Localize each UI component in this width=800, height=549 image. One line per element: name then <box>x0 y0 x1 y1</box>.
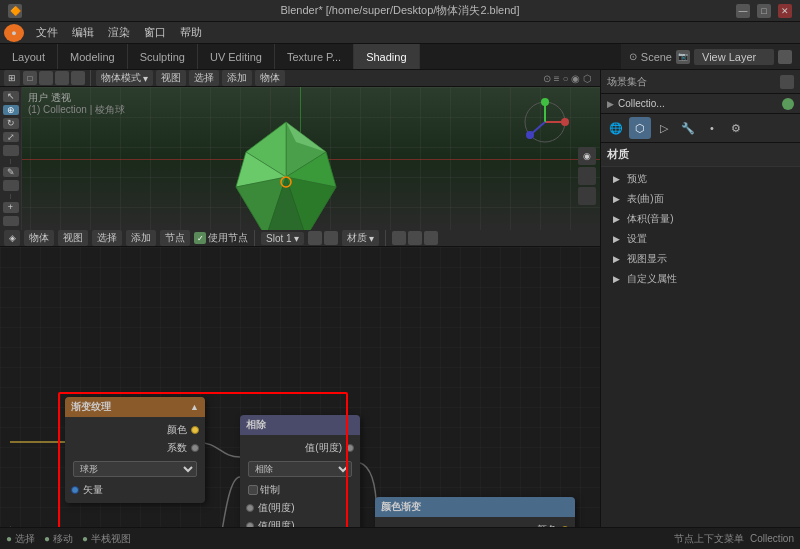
gem-object <box>216 117 356 230</box>
cr-color-socket[interactable] <box>561 526 569 527</box>
viewport-opt2[interactable] <box>578 187 596 205</box>
gradient-texture-node[interactable]: 渐变纹理 ▲ 颜色 系数 球 <box>65 397 205 503</box>
tab-sculpting[interactable]: Sculpting <box>128 44 198 69</box>
tool-rotate[interactable]: ↻ <box>3 118 19 128</box>
settings-section: ▶ 设置 <box>605 231 796 247</box>
mode-2[interactable] <box>39 71 53 85</box>
tab-uv-editing[interactable]: UV Editing <box>198 44 275 69</box>
sep1 <box>10 159 11 164</box>
select-mode-icon[interactable]: □ <box>23 71 37 85</box>
color-ramp-node[interactable]: 颜色渐变 颜色 Alpha + − <box>375 497 575 527</box>
subtract-in1-socket[interactable] <box>246 504 254 512</box>
menu-edit[interactable]: 编辑 <box>66 23 100 42</box>
collection-info-label: (1) Collection | 棱角球 <box>28 103 125 117</box>
gradient-shape-select[interactable]: 球形 <box>73 461 197 477</box>
prop-viewport-display[interactable]: ▶ 视图显示 <box>605 251 796 267</box>
blender-icon: 🔶 <box>8 4 22 18</box>
mode-4[interactable] <box>71 71 85 85</box>
node-editor-icon[interactable]: ◈ <box>4 230 20 246</box>
preview-section: ▶ 预览 <box>605 171 796 187</box>
gradient-color-row: 颜色 <box>69 421 201 439</box>
prop-tab-particles[interactable]: • <box>701 117 723 139</box>
tab-texture-paint[interactable]: Texture P... <box>275 44 354 69</box>
maximize-button[interactable]: □ <box>757 4 771 18</box>
prop-tab-object[interactable]: ▷ <box>653 117 675 139</box>
tab-shading[interactable]: Shading <box>354 44 419 69</box>
prop-settings[interactable]: ▶ 设置 <box>605 231 796 247</box>
prop-tab-modifier[interactable]: 🔧 <box>677 117 699 139</box>
menu-file[interactable]: 文件 <box>30 23 64 42</box>
viewport-object-btn[interactable]: 物体 <box>255 70 285 86</box>
close-button[interactable]: ✕ <box>778 4 792 18</box>
node-object-btn[interactable]: 物体 <box>24 230 54 246</box>
prop-custom[interactable]: ▶ 自定义属性 <box>605 271 796 287</box>
tool-cursor[interactable]: ↖ <box>3 91 19 101</box>
slot-dropdown[interactable]: Slot 1 ▾ <box>261 232 304 245</box>
collection-item[interactable]: ▶ Collectio... <box>601 94 800 114</box>
tab-layout[interactable]: Layout <box>0 44 58 69</box>
view-layer-dropdown[interactable]: View Layer <box>694 49 774 65</box>
mat-icon2[interactable] <box>324 231 338 245</box>
prop-tab-material[interactable]: ⬡ <box>629 117 651 139</box>
collection-vis-icon[interactable] <box>782 98 794 110</box>
subtract-out-row: 值(明度) <box>244 439 356 457</box>
view-layer-add[interactable] <box>778 50 792 64</box>
status-halfview: 半栈视图 <box>91 532 131 546</box>
prop-surface[interactable]: ▶ 表(曲)面 <box>605 191 796 207</box>
mode-3[interactable] <box>55 71 69 85</box>
node-canvas[interactable]: 渐变纹理 ▲ 颜色 系数 球 <box>0 247 600 527</box>
menu-render[interactable]: 渲染 <box>102 23 136 42</box>
viewport-3d[interactable]: ↖ ⊕ ↻ ⤢ ✎ + 用户 透视 (1) Collection | 棱角球 <box>0 87 600 230</box>
node-view-btn[interactable]: 视图 <box>58 230 88 246</box>
viewport-icon[interactable]: ⊞ <box>4 70 20 86</box>
navigation-gizmo[interactable] <box>520 97 570 147</box>
node-node-btn[interactable]: 节点 <box>160 230 190 246</box>
gradient-color-socket[interactable] <box>191 426 199 434</box>
tool-move[interactable]: ⊕ <box>3 105 19 115</box>
gradient-shape-dropdown[interactable]: 球形 <box>73 461 197 477</box>
tool-measure[interactable] <box>3 180 19 190</box>
subtract-op-dropdown[interactable]: 相除 <box>248 461 352 477</box>
prop-preview[interactable]: ▶ 预览 <box>605 171 796 187</box>
viewport-add-btn[interactable]: 添加 <box>222 70 252 86</box>
gradient-texture-close[interactable]: ▲ <box>190 402 199 412</box>
prop-volume[interactable]: ▶ 体积(音量) <box>605 211 796 227</box>
prop-tab-scene[interactable]: 🌐 <box>605 117 627 139</box>
subtract-out-socket[interactable] <box>346 444 354 452</box>
subtract-in2-row: 值(明度) <box>244 517 356 527</box>
viewport-view-btn[interactable]: 视图 <box>156 70 186 86</box>
tool-annotate[interactable]: ✎ <box>3 167 19 177</box>
menu-help[interactable]: 帮助 <box>174 23 208 42</box>
node-fi3[interactable] <box>424 231 438 245</box>
use-nodes-toggle[interactable]: ✓ 使用节点 <box>194 231 248 245</box>
mat-icon1[interactable] <box>308 231 322 245</box>
node-add-btn[interactable]: 添加 <box>126 230 156 246</box>
menu-window[interactable]: 窗口 <box>138 23 172 42</box>
subtract-dropdown[interactable]: 相除 <box>248 461 352 477</box>
prop-icon-extra[interactable]: ⚙ <box>725 117 747 139</box>
node-fi1[interactable] <box>392 231 406 245</box>
gradient-vector-socket[interactable] <box>71 486 79 494</box>
node-select-btn[interactable]: 选择 <box>92 230 122 246</box>
viewport-shading-icon[interactable]: ◉ <box>578 147 596 165</box>
tab-modeling[interactable]: Modeling <box>58 44 128 69</box>
tool-transform[interactable] <box>3 145 19 155</box>
left-viewport: ⊞ □ 物体模式 ▾ 视图 选择 添加 物体 ⊙ ≡ ○ ◉ ⬡ <box>0 70 600 527</box>
clamp-checkbox[interactable] <box>248 485 258 495</box>
viewport-mode-dropdown[interactable]: 物体模式 ▾ <box>96 70 153 86</box>
surface-section: ▶ 表(曲)面 <box>605 191 796 207</box>
gradient-factor-socket[interactable] <box>191 444 199 452</box>
node-fi2[interactable] <box>408 231 422 245</box>
viewport-opt1[interactable] <box>578 167 596 185</box>
material-dropdown[interactable]: 材质 ▾ <box>342 230 379 246</box>
gradient-texture-title: 渐变纹理 <box>71 400 111 414</box>
tool-scale[interactable]: ⤢ <box>3 132 19 142</box>
node-editor-header: ◈ 物体 视图 选择 添加 节点 ✓ 使用节点 Slot 1 ▾ 材质 ▾ <box>0 230 600 247</box>
subtract-node[interactable]: 相除 值(明度) 相除 钳制 <box>240 415 360 527</box>
collection-search[interactable] <box>780 75 794 89</box>
subtract-in2-socket[interactable] <box>246 522 254 527</box>
tool-add2[interactable] <box>3 216 19 226</box>
minimize-button[interactable]: — <box>736 4 750 18</box>
viewport-select-btn[interactable]: 选择 <box>189 70 219 86</box>
tool-add[interactable]: + <box>3 202 19 212</box>
